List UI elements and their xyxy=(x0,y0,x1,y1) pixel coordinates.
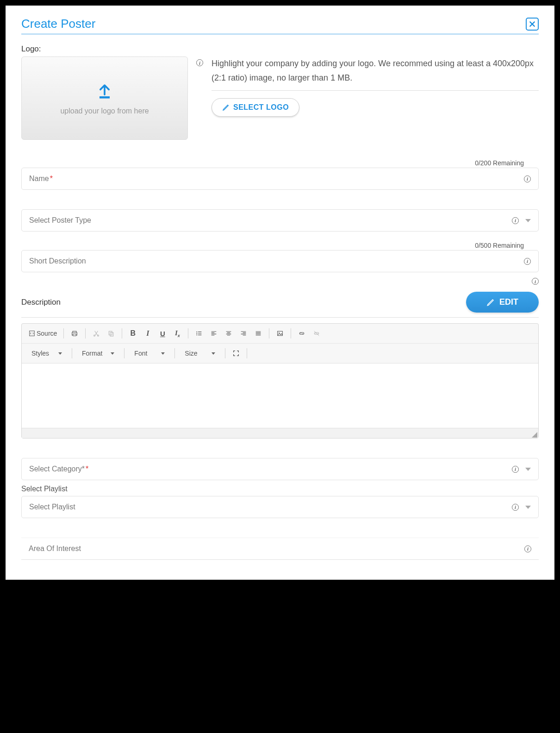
short-desc-input[interactable]: Short Description i xyxy=(21,250,539,272)
description-header-row: Description EDIT xyxy=(21,292,539,318)
svg-point-8 xyxy=(197,334,198,335)
aligncenter-icon xyxy=(225,330,232,337)
alignright-icon xyxy=(240,330,247,337)
editor-toolbar-row-1: Source B I U Ix xyxy=(22,324,538,343)
short-desc-char-counter: 0/500 Remaining xyxy=(21,242,539,249)
info-icon[interactable]: i xyxy=(512,504,519,511)
italic-icon: I xyxy=(146,329,149,338)
editor-aligncenter-button[interactable] xyxy=(223,327,235,339)
editor-content-area[interactable] xyxy=(22,363,538,428)
name-char-counter: 0/200 Remaining xyxy=(21,159,539,167)
link-icon xyxy=(298,330,305,337)
alignleft-icon xyxy=(210,330,218,337)
copy-icon xyxy=(107,330,115,337)
close-button[interactable] xyxy=(526,18,539,31)
maximize-icon xyxy=(232,350,240,357)
editor-alignright-button[interactable] xyxy=(237,327,249,339)
resize-grip[interactable] xyxy=(532,432,537,438)
playlist-label: Select Playlist xyxy=(21,485,539,493)
unlink-icon xyxy=(313,330,320,337)
editor-size-dropdown[interactable]: Size xyxy=(180,347,220,359)
required-marker: * xyxy=(50,175,53,183)
short-desc-placeholder: Short Description xyxy=(29,257,86,265)
upload-hint-text: upload your logo from here xyxy=(60,107,149,115)
editor-toolbar-row-2: Styles Format Font Size xyxy=(22,343,538,363)
dialog-header: Create Poster xyxy=(21,17,539,34)
editor-underline-button[interactable]: U xyxy=(156,327,168,339)
editor-footer xyxy=(22,428,538,438)
logo-right-panel: Highlight your company by adding your lo… xyxy=(212,56,539,117)
description-label: Description xyxy=(21,298,61,307)
short-desc-block: 0/500 Remaining Short Description i xyxy=(21,242,539,272)
svg-point-3 xyxy=(98,335,99,336)
info-icon[interactable]: i xyxy=(532,278,539,285)
name-input[interactable]: Name * i xyxy=(21,168,539,190)
cut-icon xyxy=(93,330,100,337)
chevron-down-icon xyxy=(58,352,62,355)
poster-type-select[interactable]: Select Poster Type i xyxy=(21,209,539,232)
editor-link-button[interactable] xyxy=(296,327,308,339)
info-icon[interactable]: i xyxy=(524,258,531,265)
playlist-select[interactable]: Select Playlist i xyxy=(21,496,539,518)
svg-point-6 xyxy=(197,332,198,332)
aoi-block: Area Of Interest i xyxy=(21,538,539,560)
editor-unlink-button[interactable] xyxy=(311,327,323,339)
editor-styles-dropdown[interactable]: Styles xyxy=(26,347,67,359)
editor-source-button[interactable]: Source xyxy=(26,327,59,339)
editor-format-dropdown[interactable]: Format xyxy=(77,347,119,359)
category-block: Select Category* * i xyxy=(21,458,539,480)
aoi-placeholder: Area Of Interest xyxy=(29,545,81,553)
chevron-down-icon xyxy=(525,506,531,509)
editor-clearformat-button[interactable]: Ix xyxy=(171,327,183,339)
upload-icon xyxy=(94,81,115,103)
logo-section: upload your logo from here i Highlight y… xyxy=(21,56,539,140)
bulletlist-icon xyxy=(195,330,203,337)
poster-type-placeholder: Select Poster Type xyxy=(29,216,91,225)
chevron-down-icon xyxy=(161,352,165,355)
editor-italic-button[interactable]: I xyxy=(142,327,154,339)
editor-maximize-button[interactable] xyxy=(230,347,242,359)
alignjustify-icon xyxy=(255,330,262,337)
chevron-down-icon xyxy=(111,352,114,355)
select-logo-button[interactable]: SELECT LOGO xyxy=(212,98,299,117)
svg-rect-4 xyxy=(109,331,112,335)
rich-text-editor: Source B I U Ix xyxy=(21,323,539,439)
playlist-placeholder: Select Playlist xyxy=(29,503,75,511)
info-icon[interactable]: i xyxy=(524,545,531,552)
editor-print-button[interactable] xyxy=(68,327,81,339)
editor-alignleft-button[interactable] xyxy=(208,327,220,339)
editor-bulletlist-button[interactable] xyxy=(193,327,205,339)
edit-button-label: EDIT xyxy=(499,297,518,307)
info-icon[interactable]: i xyxy=(196,59,203,66)
dialog-title: Create Poster xyxy=(21,17,95,31)
underline-icon: U xyxy=(160,330,165,338)
aoi-input[interactable]: Area Of Interest i xyxy=(21,538,539,560)
logo-upload-dropzone[interactable]: upload your logo from here xyxy=(21,56,188,140)
name-field-block: 0/200 Remaining Name * i xyxy=(21,159,539,190)
editor-font-dropdown[interactable]: Font xyxy=(129,347,170,359)
editor-copy-button[interactable] xyxy=(105,327,117,339)
svg-rect-5 xyxy=(110,332,113,336)
chevron-down-icon xyxy=(525,468,531,471)
category-select[interactable]: Select Category* * i xyxy=(21,458,539,480)
info-icon[interactable]: i xyxy=(512,217,519,224)
info-icon[interactable]: i xyxy=(512,466,519,473)
close-icon xyxy=(529,20,536,28)
poster-type-block: Select Poster Type i xyxy=(21,209,539,232)
editor-alignjustify-button[interactable] xyxy=(252,327,264,339)
logo-help-text: Highlight your company by adding your lo… xyxy=(212,56,539,91)
editor-cut-button[interactable] xyxy=(90,327,102,339)
chevron-down-icon xyxy=(212,352,215,355)
pencil-icon xyxy=(486,298,495,307)
editor-image-button[interactable] xyxy=(274,327,286,339)
print-icon xyxy=(71,330,78,337)
editor-bold-button[interactable]: B xyxy=(127,327,139,339)
info-icon[interactable]: i xyxy=(524,175,531,182)
image-icon xyxy=(276,330,284,337)
source-icon xyxy=(28,330,36,337)
edit-description-button[interactable]: EDIT xyxy=(466,292,539,313)
select-logo-label: SELECT LOGO xyxy=(233,103,289,112)
required-marker: * xyxy=(86,465,88,473)
description-block: i Description EDIT Source B xyxy=(21,292,539,439)
chevron-down-icon xyxy=(525,219,531,222)
